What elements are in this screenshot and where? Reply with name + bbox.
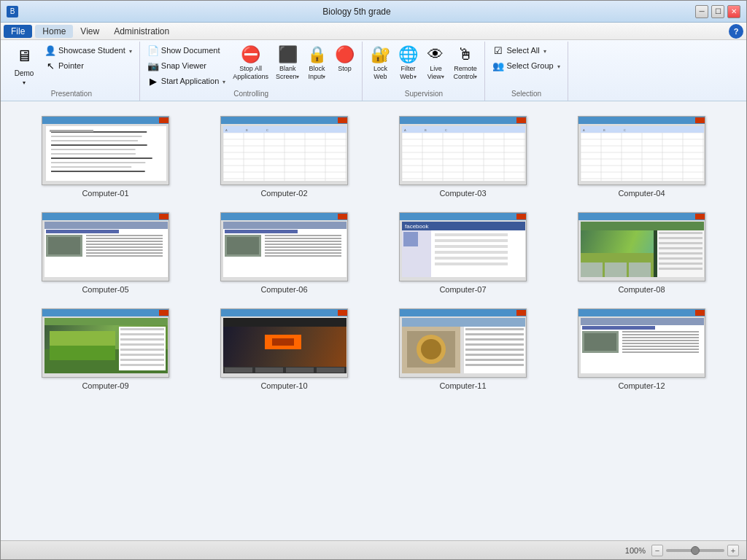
- presentation-group-label: Presentation: [8, 90, 135, 99]
- main-window: B Biology 5th grade ─ ☐ ✕ File Home View…: [0, 0, 747, 560]
- menu-home[interactable]: Home: [35, 25, 73, 38]
- computer-item-computer-01[interactable]: Computer-01: [23, 116, 187, 198]
- computer-item-computer-12[interactable]: Computer-12: [560, 308, 724, 390]
- ribbon-group-presentation: 🖥 Demo▾ 👤 Showcase Student ▾ ↖ Pointer P…: [4, 42, 140, 101]
- computer-label: Computer-04: [618, 189, 665, 198]
- showcase-student-button[interactable]: 👤 Showcase Student ▾: [42, 43, 135, 58]
- select-all-label: Select All ▾: [506, 46, 546, 55]
- computer-thumbnail: [220, 212, 348, 281]
- stop-button[interactable]: 🔴 Stop: [331, 43, 357, 74]
- zoom-slider[interactable]: − +: [651, 545, 739, 556]
- select-group-label: Select Group ▾: [506, 61, 560, 70]
- computer-label: Computer-09: [82, 381, 128, 390]
- computer-thumbnail: [399, 116, 527, 185]
- blank-screen-label: BlankScreen▾: [276, 65, 300, 81]
- computer-item-computer-02[interactable]: Computer-02: [202, 116, 366, 198]
- selection-small-group: ☑ Select All ▾ 👥 Select Group ▾: [489, 43, 562, 73]
- ribbon-group-supervision: 🔐 LockWeb 🌐 FilterWeb▾ 👁 LiveView▾ 🖱 Rem…: [363, 42, 485, 101]
- selection-content: ☑ Select All ▾ 👥 Select Group ▾: [489, 43, 562, 88]
- remote-control-icon: 🖱: [455, 44, 476, 65]
- computer-thumbnail: [220, 308, 348, 378]
- zoom-level-label: 100%: [625, 546, 646, 555]
- controlling-content: 📄 Show Document 📷 Snap Viewer ▶ Start Ap…: [144, 43, 358, 88]
- block-input-button[interactable]: 🔒 BlockInput▾: [303, 43, 330, 82]
- select-group-button[interactable]: 👥 Select Group ▾: [489, 58, 562, 73]
- menu-administration[interactable]: Administration: [107, 25, 177, 38]
- status-bar: 100% − +: [1, 540, 746, 559]
- computer-thumbnail: [42, 116, 169, 185]
- main-content: Computer-01Computer-02Computer-03Compute…: [1, 101, 746, 540]
- computer-item-computer-11[interactable]: Computer-11: [381, 308, 545, 390]
- blank-screen-button[interactable]: ⬛ BlankScreen▾: [273, 43, 303, 82]
- snap-viewer-button[interactable]: 📷 Snap Viewer: [144, 58, 229, 73]
- show-document-icon: 📄: [147, 44, 159, 56]
- supervision-content: 🔐 LockWeb 🌐 FilterWeb▾ 👁 LiveView▾ 🖱 Rem…: [367, 43, 480, 88]
- pointer-icon: ↖: [44, 60, 56, 71]
- computer-thumbnail: [220, 116, 348, 185]
- minimize-button[interactable]: ─: [695, 5, 708, 18]
- showcase-label: Showcase Student ▾: [58, 46, 132, 55]
- computer-label: Computer-02: [260, 189, 307, 198]
- menu-view[interactable]: View: [73, 25, 107, 38]
- block-input-label: BlockInput▾: [308, 65, 325, 81]
- computer-item-computer-05[interactable]: Computer-05: [23, 212, 187, 294]
- computer-label: Computer-12: [618, 381, 665, 390]
- stop-all-button[interactable]: ⛔ Stop AllApplications: [230, 43, 271, 82]
- zoom-in-button[interactable]: +: [727, 545, 739, 556]
- computer-item-computer-07[interactable]: Computer-07: [381, 212, 545, 294]
- select-group-icon: 👥: [492, 60, 504, 71]
- computer-thumbnail: [399, 308, 527, 378]
- app-icon: B: [7, 6, 18, 18]
- computer-item-computer-04[interactable]: Computer-04: [560, 116, 724, 198]
- lock-web-button[interactable]: 🔐 LockWeb: [367, 43, 393, 82]
- computer-label: Computer-03: [439, 189, 486, 198]
- close-button[interactable]: ✕: [727, 5, 740, 18]
- stop-icon: 🔴: [334, 44, 355, 65]
- supervision-group-label: Supervision: [367, 90, 480, 99]
- computer-thumbnail: [399, 212, 527, 281]
- demo-button[interactable]: 🖥 Demo▾: [8, 43, 40, 88]
- select-all-icon: ☑: [492, 44, 504, 56]
- computer-label: Computer-06: [260, 285, 307, 294]
- stop-all-icon: ⛔: [241, 44, 261, 65]
- help-button[interactable]: ?: [729, 24, 743, 39]
- start-app-label: Start Application ▾: [161, 77, 226, 85]
- computer-thumbnail: [42, 212, 169, 281]
- computer-item-computer-09[interactable]: Computer-09: [23, 308, 187, 390]
- select-all-button[interactable]: ☑ Select All ▾: [489, 43, 562, 58]
- snap-viewer-icon: 📷: [147, 60, 159, 71]
- filter-web-button[interactable]: 🌐 FilterWeb▾: [395, 43, 421, 82]
- computer-label: Computer-08: [618, 285, 665, 294]
- computer-grid: Computer-01Computer-02Computer-03Compute…: [23, 116, 724, 390]
- zoom-track[interactable]: [666, 549, 724, 552]
- stop-all-label: Stop AllApplications: [233, 65, 268, 81]
- controlling-group-label: Controlling: [144, 90, 358, 99]
- computer-thumbnail: [578, 116, 705, 185]
- computer-thumbnail: [578, 212, 705, 281]
- menu-file[interactable]: File: [4, 25, 32, 38]
- computer-item-computer-08[interactable]: Computer-08: [560, 212, 724, 294]
- zoom-out-button[interactable]: −: [651, 545, 663, 556]
- pointer-button[interactable]: ↖ Pointer: [42, 58, 135, 73]
- live-view-button[interactable]: 👁 LiveView▾: [422, 43, 449, 82]
- computer-label: Computer-11: [439, 381, 486, 390]
- ribbon: 🖥 Demo▾ 👤 Showcase Student ▾ ↖ Pointer P…: [1, 40, 746, 101]
- computer-label: Computer-01: [82, 189, 128, 198]
- live-view-icon: 👁: [425, 44, 446, 65]
- start-application-button[interactable]: ▶ Start Application ▾: [144, 74, 229, 88]
- computer-item-computer-10[interactable]: Computer-10: [202, 308, 366, 390]
- lock-web-icon: 🔐: [370, 44, 390, 65]
- pointer-label: Pointer: [58, 61, 84, 70]
- zoom-thumb[interactable]: [691, 546, 700, 555]
- window-controls: ─ ☐ ✕: [695, 5, 740, 18]
- lock-web-label: LockWeb: [374, 65, 387, 81]
- maximize-button[interactable]: ☐: [711, 5, 724, 18]
- menu-bar: File Home View Administration ?: [1, 23, 746, 40]
- remote-control-button[interactable]: 🖱 RemoteControl▾: [450, 43, 480, 82]
- show-document-button[interactable]: 📄 Show Document: [144, 43, 229, 58]
- remote-control-label: RemoteControl▾: [453, 65, 477, 81]
- computer-item-computer-06[interactable]: Computer-06: [202, 212, 366, 294]
- computer-item-computer-03[interactable]: Computer-03: [381, 116, 545, 198]
- presentation-small-group: 👤 Showcase Student ▾ ↖ Pointer: [42, 43, 135, 73]
- show-document-label: Show Document: [161, 46, 220, 55]
